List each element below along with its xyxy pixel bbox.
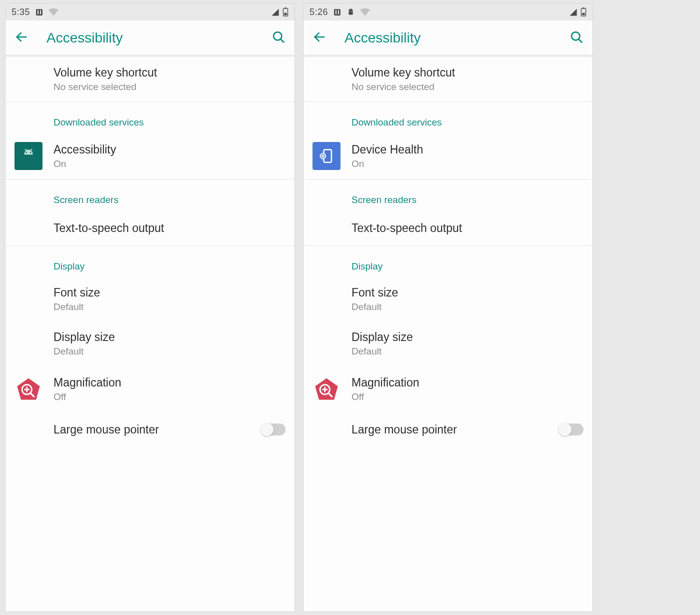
row-title: Device Health bbox=[352, 143, 584, 156]
row-subtitle: No service selected bbox=[352, 82, 584, 92]
section-downloaded-services: Downloaded services bbox=[6, 102, 294, 133]
page-title: Accessibility bbox=[344, 30, 420, 46]
row-title: Display size bbox=[54, 330, 286, 344]
row-title: Large mouse pointer bbox=[352, 423, 560, 436]
magnification-icon bbox=[312, 375, 340, 403]
row-large-mouse-pointer[interactable]: Large mouse pointer bbox=[304, 412, 592, 447]
row-title: Font size bbox=[352, 286, 584, 300]
svg-rect-2 bbox=[40, 10, 41, 14]
row-title: Text-to-speech output bbox=[54, 222, 286, 235]
cell-signal-icon bbox=[271, 8, 280, 16]
android-app-icon bbox=[14, 142, 42, 170]
row-title: Display size bbox=[352, 330, 584, 344]
section-display: Display bbox=[6, 246, 294, 277]
search-icon[interactable] bbox=[570, 30, 584, 46]
row-magnification[interactable]: Magnification Off bbox=[6, 366, 294, 412]
row-title: Large mouse pointer bbox=[54, 423, 262, 436]
row-title: Magnification bbox=[54, 376, 286, 390]
row-display-size[interactable]: Display size Default bbox=[304, 322, 592, 366]
section-screen-readers: Screen readers bbox=[6, 180, 294, 210]
svg-rect-1 bbox=[38, 10, 38, 14]
svg-rect-18 bbox=[334, 9, 340, 16]
app-notification-icon bbox=[333, 8, 342, 16]
phone-screen-left: 5:35 Accessibility bbox=[5, 3, 295, 612]
row-tts-output[interactable]: Text-to-speech output bbox=[304, 210, 592, 246]
page-title: Accessibility bbox=[46, 30, 122, 46]
row-subtitle: On bbox=[352, 158, 584, 170]
svg-point-10 bbox=[30, 152, 32, 154]
svg-point-9 bbox=[26, 152, 27, 154]
svg-rect-23 bbox=[582, 8, 584, 8]
row-subtitle: No service selected bbox=[54, 82, 286, 92]
wifi-weak-icon bbox=[360, 8, 370, 16]
settings-list[interactable]: Volume key shortcut No service selected … bbox=[6, 57, 294, 612]
section-downloaded-services: Downloaded services bbox=[304, 102, 592, 133]
settings-list[interactable]: Volume key shortcut No service selected … bbox=[304, 57, 592, 612]
svg-rect-19 bbox=[336, 10, 336, 14]
svg-rect-0 bbox=[36, 9, 42, 16]
svg-rect-4 bbox=[284, 8, 286, 8]
row-title: Accessibility bbox=[54, 143, 286, 156]
wifi-weak-icon bbox=[48, 8, 58, 16]
app-notification-icon bbox=[35, 8, 44, 16]
row-subtitle: Default bbox=[54, 346, 286, 357]
section-display: Display bbox=[304, 246, 592, 277]
row-device-health-service[interactable]: Device Health On bbox=[304, 133, 592, 179]
toggle-large-mouse-pointer[interactable] bbox=[560, 424, 584, 436]
row-large-mouse-pointer[interactable]: Large mouse pointer bbox=[6, 412, 294, 447]
row-subtitle: Off bbox=[54, 392, 286, 402]
status-bar: 5:35 bbox=[6, 4, 294, 20]
svg-line-27 bbox=[578, 39, 582, 42]
row-volume-key-shortcut[interactable]: Volume key shortcut No service selected bbox=[6, 57, 294, 102]
status-bar: 5:26 bbox=[304, 4, 592, 20]
row-tts-output[interactable]: Text-to-speech output bbox=[6, 210, 294, 246]
section-screen-readers: Screen readers bbox=[304, 180, 592, 210]
svg-line-11 bbox=[25, 149, 26, 150]
row-title: Volume key shortcut bbox=[54, 66, 286, 80]
app-bar: Accessibility bbox=[6, 20, 294, 56]
adb-icon bbox=[346, 8, 355, 16]
cell-signal-icon bbox=[569, 8, 578, 16]
row-title: Volume key shortcut bbox=[352, 66, 584, 80]
magnification-icon bbox=[14, 375, 42, 403]
device-health-app-icon bbox=[312, 142, 340, 170]
row-font-size[interactable]: Font size Default bbox=[6, 277, 294, 322]
row-subtitle: Default bbox=[54, 302, 286, 312]
row-font-size[interactable]: Font size Default bbox=[304, 277, 592, 322]
status-clock: 5:35 bbox=[12, 7, 30, 18]
row-volume-key-shortcut[interactable]: Volume key shortcut No service selected bbox=[304, 57, 592, 102]
row-subtitle: Default bbox=[352, 346, 584, 357]
row-magnification[interactable]: Magnification Off bbox=[304, 366, 592, 412]
back-icon[interactable] bbox=[312, 30, 326, 46]
search-icon[interactable] bbox=[272, 30, 286, 46]
svg-rect-20 bbox=[338, 10, 339, 14]
battery-icon bbox=[580, 8, 586, 16]
status-clock: 5:26 bbox=[310, 7, 328, 18]
row-display-size[interactable]: Display size Default bbox=[6, 322, 294, 366]
row-title: Text-to-speech output bbox=[352, 222, 584, 235]
row-subtitle: On bbox=[54, 158, 286, 170]
svg-rect-24 bbox=[582, 13, 584, 16]
toggle-large-mouse-pointer[interactable] bbox=[262, 424, 286, 436]
row-subtitle: Off bbox=[352, 392, 584, 402]
battery-icon bbox=[282, 8, 288, 16]
row-accessibility-service[interactable]: Accessibility On bbox=[6, 133, 294, 179]
row-subtitle: Default bbox=[352, 302, 584, 312]
svg-line-8 bbox=[280, 39, 284, 42]
phone-screen-right: 5:26 Accessibility bbox=[303, 3, 593, 612]
back-icon[interactable] bbox=[14, 30, 28, 46]
row-title: Magnification bbox=[352, 376, 584, 390]
row-title: Font size bbox=[54, 286, 286, 300]
app-bar: Accessibility bbox=[304, 20, 592, 56]
svg-rect-5 bbox=[284, 13, 286, 16]
svg-line-12 bbox=[30, 149, 32, 150]
svg-rect-21 bbox=[348, 12, 353, 14]
